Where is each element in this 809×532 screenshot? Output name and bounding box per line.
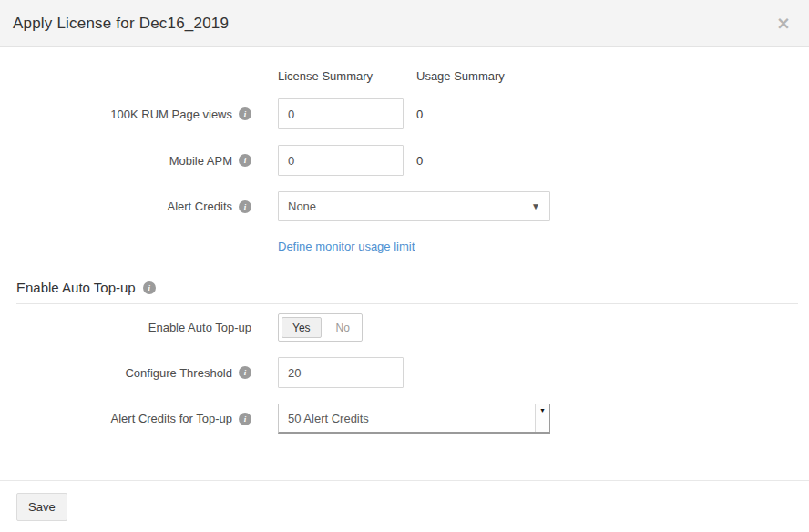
- configure-threshold-row: Configure Threshold i: [0, 357, 809, 388]
- save-button[interactable]: Save: [16, 493, 67, 521]
- auto-topup-toggle-row: Enable Auto Top-up Yes No: [0, 313, 809, 342]
- modal-body: License Summary Usage Summary 100K RUM P…: [0, 47, 809, 480]
- mobile-apm-field-area: 0: [278, 145, 423, 176]
- rum-page-views-field-area: 0: [278, 98, 423, 129]
- topup-credits-label-group: Alert Credits for Top-up i: [0, 412, 251, 425]
- info-icon[interactable]: i: [239, 154, 251, 167]
- alert-credits-label-group: Alert Credits i: [0, 200, 251, 213]
- rum-page-views-usage: 0: [416, 107, 423, 121]
- apply-license-modal: Apply License for Dec16_2019 × License S…: [0, 0, 809, 532]
- rum-page-views-row: 100K RUM Page views i 0: [0, 98, 809, 129]
- alert-credits-label: Alert Credits: [167, 200, 232, 213]
- configure-threshold-field-area: [278, 357, 404, 388]
- rum-page-views-input[interactable]: [278, 98, 404, 129]
- topup-credits-row: Alert Credits for Top-up i 50 Alert Cred…: [0, 404, 809, 434]
- section-divider: [16, 303, 798, 304]
- auto-topup-yes-option[interactable]: Yes: [282, 317, 322, 338]
- mobile-apm-row: Mobile APM i 0: [0, 145, 809, 176]
- close-icon[interactable]: ×: [771, 11, 796, 36]
- alert-credits-selected-value: None: [288, 200, 316, 213]
- select-arrow-icon: ▼: [535, 404, 549, 432]
- define-monitor-usage-limit-link[interactable]: Define monitor usage limit: [278, 240, 415, 253]
- auto-topup-toggle-label: Enable Auto Top-up: [148, 321, 251, 334]
- chevron-down-icon: ▼: [531, 201, 540, 211]
- mobile-apm-label-group: Mobile APM i: [0, 154, 251, 168]
- usage-summary-header: Usage Summary: [416, 69, 505, 83]
- configure-threshold-label-group: Configure Threshold i: [0, 366, 251, 380]
- license-summary-header: License Summary: [278, 69, 373, 83]
- auto-topup-toggle-area: Yes No: [278, 313, 363, 342]
- modal-header: Apply License for Dec16_2019 ×: [0, 0, 809, 47]
- topup-credits-selected-value: 50 Alert Credits: [288, 412, 369, 425]
- topup-credits-label: Alert Credits for Top-up: [111, 412, 232, 425]
- info-icon[interactable]: i: [239, 107, 251, 120]
- auto-topup-section-title: Enable Auto Top-up: [16, 280, 136, 295]
- topup-credits-field-area: 50 Alert Credits ▼: [278, 404, 550, 434]
- auto-topup-section-heading: Enable Auto Top-up i: [16, 280, 809, 295]
- topup-credits-select[interactable]: 50 Alert Credits ▼: [278, 404, 550, 434]
- mobile-apm-label: Mobile APM: [169, 154, 232, 168]
- auto-topup-no-option[interactable]: No: [324, 314, 362, 341]
- rum-page-views-label-group: 100K RUM Page views i: [0, 107, 251, 121]
- alert-credits-select[interactable]: None ▼: [278, 191, 550, 221]
- info-icon[interactable]: i: [239, 366, 251, 379]
- summary-headers: License Summary Usage Summary: [0, 69, 809, 84]
- alert-credits-field-area: None ▼: [278, 191, 550, 221]
- modal-footer: Save: [0, 480, 809, 532]
- auto-topup-toggle: Yes No: [278, 313, 363, 342]
- alert-credits-row: Alert Credits i None ▼: [0, 191, 809, 221]
- modal-title: Apply License for Dec16_2019: [13, 15, 229, 33]
- rum-page-views-label: 100K RUM Page views: [110, 107, 232, 121]
- info-icon[interactable]: i: [239, 200, 251, 213]
- configure-threshold-label: Configure Threshold: [125, 366, 232, 380]
- info-icon[interactable]: i: [143, 281, 156, 294]
- configure-threshold-input[interactable]: [278, 357, 404, 388]
- mobile-apm-input[interactable]: [278, 145, 404, 176]
- info-icon[interactable]: i: [239, 413, 251, 425]
- mobile-apm-usage: 0: [416, 154, 423, 168]
- auto-topup-toggle-label-group: Enable Auto Top-up: [0, 321, 251, 334]
